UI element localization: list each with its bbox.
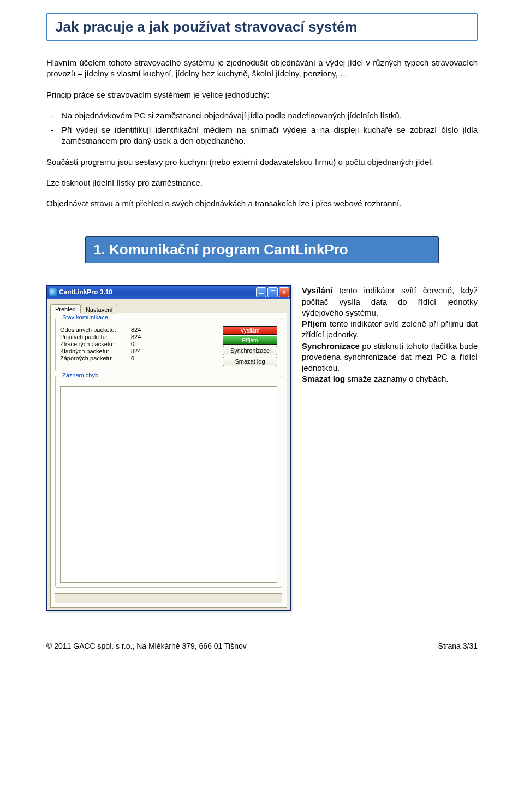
princip-paragraph: Princip práce se stravovacím systémem je… [46, 90, 478, 100]
stat-label: Ztracených packetu: [60, 341, 131, 347]
footer-page-number: Strana 3/31 [438, 642, 478, 650]
tab-nastaveni[interactable]: Nastavení [81, 305, 118, 314]
intro-paragraph: Hlavním účelem tohoto stravovacího systé… [46, 57, 478, 80]
paragraph-sestavy: Součástí programu jsou sestavy pro kuchy… [46, 157, 478, 168]
window-title: CantLinkPro 3.10 [59, 288, 255, 296]
maximize-button[interactable] [267, 287, 278, 297]
desc-text: smaže záznamy o chybách. [347, 374, 448, 383]
footer-copyright: © 2011 GACC spol. s r.o., Na Mlékárně 37… [46, 642, 247, 650]
principle-list: Na objednávkovém PC si zaměstnanci objed… [46, 110, 478, 147]
stats-column: Odeslaných packetu:824 Prijatých packetu… [60, 326, 223, 362]
stat-value: 0 [131, 341, 134, 347]
tab-panel: Stav komunikace Odeslaných packetu:824 P… [50, 313, 287, 608]
page-footer: © 2011 GACC spol. s r.o., Na Mlékárně 37… [46, 638, 478, 650]
close-button[interactable]: × [279, 287, 289, 297]
stat-label: Záporných packetu: [60, 355, 131, 361]
indicator-receive: Příjem [223, 336, 277, 345]
desc-term-smazat-log: Smazat log [302, 374, 345, 383]
status-bar [55, 593, 282, 603]
stat-label: Odeslaných packetu: [60, 327, 131, 333]
stat-value: 0 [131, 355, 134, 361]
stat-value: 824 [131, 334, 141, 340]
sync-button[interactable]: Synchronizace [223, 346, 277, 355]
paragraph-tisk: Lze tisknout jídelní lístky pro zaměstna… [46, 177, 478, 188]
clear-log-button[interactable]: Smazat log [223, 357, 277, 366]
stat-value: 824 [131, 348, 141, 354]
groupbox-title: Záznam chyb [60, 372, 100, 378]
window-titlebar[interactable]: CantLinkPro 3.10 × [47, 286, 290, 299]
error-log-area[interactable] [60, 386, 277, 583]
heading-main: Jak pracuje a jak používat stravovací sy… [46, 13, 478, 41]
desc-term-vysilani: Vysílání [302, 286, 332, 295]
stat-value: 824 [131, 327, 141, 333]
description-column: Vysílání tento indikátor svítí červeně, … [302, 285, 478, 384]
paragraph-web: Objednávat stravu a mít přehled o svých … [46, 198, 478, 209]
minimize-button[interactable] [256, 287, 266, 297]
desc-text: tento indikátor svítí zeleně při příjmu … [302, 319, 478, 339]
stat-label: Kladných packetu: [60, 348, 131, 354]
app-icon [49, 288, 57, 296]
tab-strip: Prehled Nastavení [50, 302, 287, 313]
groupbox-title: Stav komunikace [60, 314, 110, 321]
tab-prehled[interactable]: Prehled [50, 304, 81, 313]
heading-section-1: 1. Komunikační program CantLinkPro [85, 236, 439, 263]
groupbox-error-log: Záznam chyb [55, 376, 282, 588]
groupbox-comm-status: Stav komunikace Odeslaných packetu:824 P… [55, 318, 282, 371]
list-item: Na objednávkovém PC si zaměstnanci objed… [62, 110, 478, 121]
list-item: Při výdeji se identifikují identifikační… [62, 125, 478, 147]
app-window: CantLinkPro 3.10 × Prehled Nastavení Sta… [46, 285, 291, 611]
stat-label: Prijatých packetu: [60, 334, 131, 340]
indicator-send: Vysílání [223, 326, 277, 335]
desc-term-prijem: Příjem [302, 319, 327, 328]
desc-term-synchronizace: Synchronizace [302, 341, 360, 351]
